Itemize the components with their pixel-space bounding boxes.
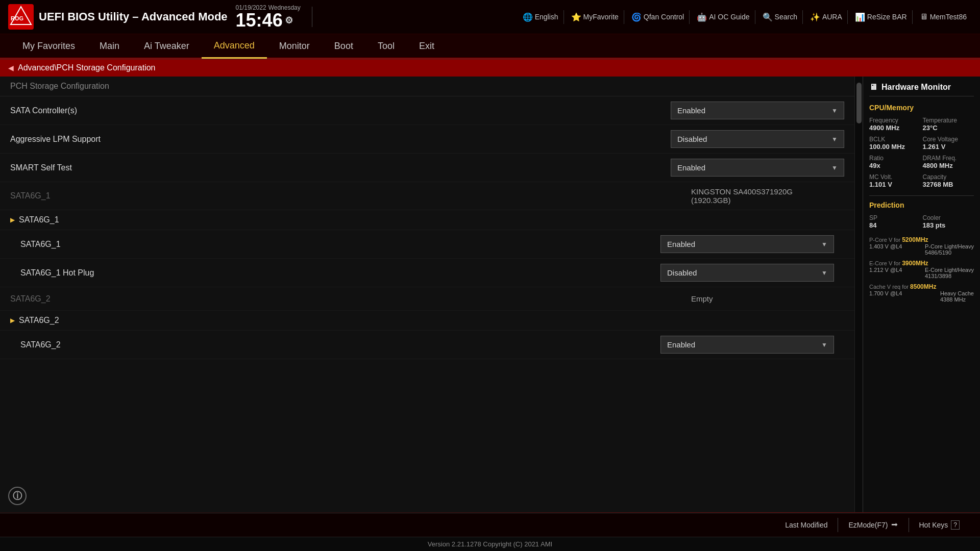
hot-keys-label: Hot Keys (919, 521, 948, 529)
hot-keys-btn[interactable]: Hot Keys ? (909, 517, 970, 533)
sata6g1-info-label: SATA6G_1 (10, 191, 691, 201)
ecore-freq: 3900MHz (902, 260, 928, 267)
toolbar-myfavorite[interactable]: ⭐ MyFavorite (566, 10, 624, 24)
ecore-volt: 1.212 V @L4 (869, 267, 902, 279)
group-sata6g1-arrow-icon: ▶ (10, 216, 15, 223)
footer-version: Version 2.21.1278 Copyright (C) 2021 AMI (0, 537, 980, 551)
setting-row-sata6g1-info: SATA6G_1 KINGSTON SA400S371920G (1920.3G… (0, 182, 854, 210)
sp-label: SP (869, 214, 921, 221)
temperature-label: Temperature (923, 117, 974, 124)
globe-icon: 🌐 (523, 12, 533, 22)
aggressive-lpm-dropdown[interactable]: Disabled ▼ (671, 130, 844, 148)
sata6g1-enable-value: Enabled (667, 240, 695, 248)
nav-aitweaker[interactable]: Ai Tweaker (132, 35, 202, 58)
sata-controllers-dropdown[interactable]: Enabled ▼ (671, 102, 844, 119)
sata6g1-device-name: KINGSTON SA400S371920G (691, 187, 844, 196)
toolbar-qfan-label: Qfan Control (644, 13, 684, 21)
sata-controllers-arrow-icon: ▼ (831, 107, 838, 114)
rog-logo-icon: ROG (8, 4, 34, 30)
pcore-volt: 1.403 V @L4 (869, 243, 902, 256)
sata6g1-hotplug-dropdown[interactable]: Disabled ▼ (660, 264, 834, 282)
sata6g1-hotplug-label: SATA6G_1 Hot Plug (20, 268, 660, 278)
capacity-value: 32768 MB (923, 181, 974, 188)
cooler-value: 183 pts (923, 221, 974, 229)
header-divider (312, 7, 312, 27)
sub-setting-sata6g2-enable: SATA6G_2 Enabled ▼ (0, 331, 854, 359)
nav-tool[interactable]: Tool (365, 35, 407, 58)
ez-mode-label: EzMode(F7) (848, 521, 888, 529)
datetime-area: 01/19/2022 Wednesday 15:46 ⚙ (236, 4, 301, 30)
sata-controllers-label: SATA Controller(s) (10, 106, 671, 115)
breadcrumb-back-icon[interactable]: ◀ (8, 64, 14, 72)
nav-menu: My Favorites Main Ai Tweaker Advanced Mo… (0, 34, 980, 59)
bios-title: UEFI BIOS Utility – Advanced Mode (39, 10, 228, 23)
bclk-label: BCLK (869, 136, 921, 143)
dram-freq-label: DRAM Freq. (923, 155, 974, 162)
sata6g2-enable-label: SATA6G_2 (20, 340, 660, 349)
nav-exit[interactable]: Exit (407, 35, 447, 58)
settings-icon[interactable]: ⚙ (285, 16, 293, 25)
nav-boot[interactable]: Boot (322, 35, 365, 58)
star-icon: ⭐ (571, 12, 581, 22)
smart-dropdown[interactable]: Enabled ▼ (671, 159, 844, 177)
pcore-label: P-Core V for 5200MHz (869, 236, 974, 243)
nav-main[interactable]: Main (87, 35, 132, 58)
last-modified-btn[interactable]: Last Modified (775, 518, 838, 532)
sata6g2-info-label: SATA6G_2 (10, 294, 691, 304)
aggressive-lpm-arrow-icon: ▼ (831, 136, 838, 143)
nav-myfavorites[interactable]: My Favorites (10, 35, 87, 58)
cache-detail-label: Heavy Cache (940, 290, 974, 296)
ratio-value: 49x (869, 162, 921, 169)
toolbar-aioc[interactable]: 🤖 AI OC Guide (692, 10, 755, 24)
aggressive-lpm-label: Aggressive LPM Support (10, 135, 671, 144)
breadcrumb-text: Advanced\PCH Storage Configuration (18, 63, 156, 72)
bclk-value: 100.00 MHz (869, 143, 921, 151)
bios-time: 15:46 (236, 11, 283, 30)
dram-freq-value: 4800 MHz (923, 162, 974, 169)
sata6g1-enable-dropdown[interactable]: Enabled ▼ (660, 235, 834, 253)
hw-monitor-panel: 🖥 Hardware Monitor CPU/Memory Frequency … (863, 77, 980, 512)
sata6g1-device-size: (1920.3GB) (691, 196, 844, 205)
sata6g1-info-value: KINGSTON SA400S371920G (1920.3GB) (691, 187, 844, 205)
info-button[interactable]: ⓘ (8, 487, 27, 505)
sub-setting-sata6g1-enable: SATA6G_1 Enabled ▼ (0, 230, 854, 259)
ez-mode-btn[interactable]: EzMode(F7) ⮕ (838, 518, 909, 532)
toolbar-aura-label: AURA (822, 13, 842, 21)
footer-bar: Last Modified EzMode(F7) ⮕ Hot Keys ? (0, 513, 980, 537)
cache-prediction-row: Cache V req for 8500MHz 1.700 V @L4 Heav… (869, 283, 974, 303)
prediction-sp-cooler: SP 84 Cooler 183 pts (869, 214, 974, 229)
toolbar-memtest-label: MemTest86 (930, 13, 967, 21)
hw-monitor-title: 🖥 Hardware Monitor (869, 83, 974, 96)
sata6g2-info-value: Empty (691, 294, 844, 303)
cache-label: Cache V req for 8500MHz (869, 283, 974, 290)
setting-row-smart: SMART Self Test Enabled ▼ (0, 154, 854, 182)
group-sata6g1[interactable]: ▶ SATA6G_1 (0, 210, 854, 230)
toolbar-qfan[interactable]: 🌀 Qfan Control (626, 10, 690, 24)
nav-advanced[interactable]: Advanced (202, 34, 267, 59)
bar-icon: 📊 (855, 12, 865, 22)
aggressive-lpm-value: Disabled (677, 135, 707, 143)
main-layout: PCH Storage Configuration SATA Controlle… (0, 77, 980, 512)
sata6g2-enable-dropdown[interactable]: Enabled ▼ (660, 336, 834, 354)
cache-volt: 1.700 V @L4 (869, 290, 902, 303)
monitor-screen-icon: 🖥 (869, 83, 877, 92)
smart-value: Enabled (677, 163, 705, 172)
scrollbar-thumb[interactable] (856, 83, 862, 123)
section-header: PCH Storage Configuration (0, 77, 854, 96)
toolbar-resizebar[interactable]: 📊 ReSize BAR (850, 10, 913, 24)
nav-monitor[interactable]: Monitor (267, 35, 322, 58)
sata6g2-enable-value: Enabled (667, 340, 695, 349)
core-voltage-value: 1.261 V (923, 143, 974, 151)
frequency-value: 4900 MHz (869, 124, 921, 132)
group-sata6g2-arrow-icon: ▶ (10, 317, 15, 324)
sata6g1-hotplug-value: Disabled (667, 268, 697, 277)
group-sata6g2[interactable]: ▶ SATA6G_2 (0, 311, 854, 331)
cache-detail-value: 4388 MHz (940, 296, 974, 303)
sata6g1-enable-label: SATA6G_1 (20, 240, 660, 249)
toolbar-memtest[interactable]: 🖥 MemTest86 (915, 10, 972, 23)
scrollbar[interactable] (854, 77, 863, 512)
toolbar-aura[interactable]: ✨ AURA (805, 10, 848, 24)
search-icon: 🔍 (763, 12, 773, 22)
toolbar-english[interactable]: 🌐 English (518, 10, 564, 24)
toolbar-search[interactable]: 🔍 Search (757, 10, 803, 24)
